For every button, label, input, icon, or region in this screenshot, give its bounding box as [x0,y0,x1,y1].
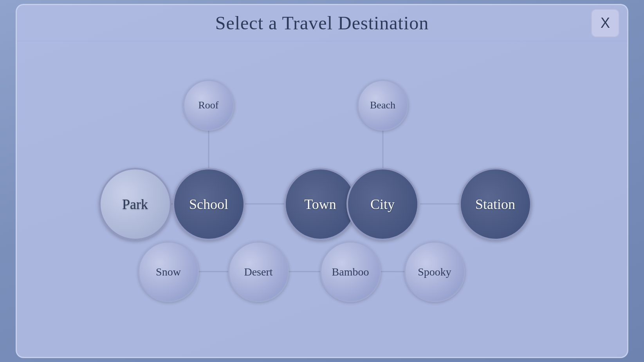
park-label: Park [122,196,148,213]
destination-town-node[interactable]: Town [284,168,357,240]
town-label: Town [304,196,336,213]
close-button[interactable]: X [591,9,619,37]
destination-bamboo-node[interactable]: Bamboo [320,241,381,302]
destination-roof-node[interactable]: Roof [183,80,234,131]
dialog-title: Select a Travel Destination [215,12,429,34]
city-label: City [370,196,395,213]
destination-desert-node[interactable]: Desert [228,241,289,302]
school-label: School [189,196,228,213]
destination-map: Roof Beach Park School Town City [87,80,557,315]
destination-snow-node[interactable]: Snow [138,241,199,302]
dialog-body: Roof Beach Park School Town City [17,41,627,357]
desert-label: Desert [244,266,272,278]
destination-beach-node[interactable]: Beach [357,80,408,131]
destination-spooky-node[interactable]: Spooky [404,241,465,302]
bamboo-label: Bamboo [332,266,369,278]
travel-destination-dialog: Select a Travel Destination X [16,4,628,358]
destination-station-node[interactable]: Station [459,168,532,240]
station-label: Station [475,196,515,213]
snow-label: Snow [156,266,181,278]
beach-label: Beach [370,99,395,111]
destination-city-node[interactable]: City [346,168,419,240]
spooky-label: Spooky [418,266,451,278]
dialog-header: Select a Travel Destination X [17,5,627,41]
destination-park-node[interactable]: Park [99,168,171,240]
destination-school-node[interactable]: School [173,168,245,240]
roof-label: Roof [198,99,219,111]
